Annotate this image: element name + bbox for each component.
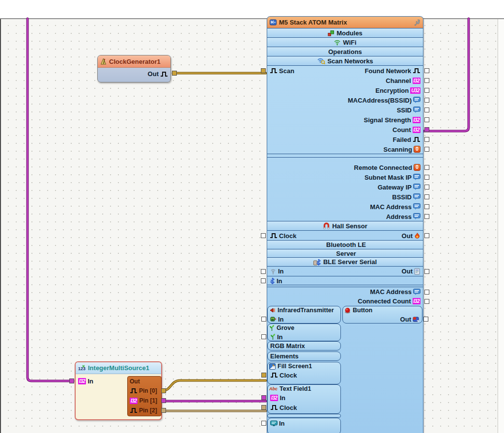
- pin-gateway-ip[interactable]: Gateway IP: [378, 184, 420, 191]
- pin-connector[interactable]: [261, 68, 266, 73]
- pin-connector[interactable]: [424, 88, 429, 93]
- pin-connector[interactable]: [424, 290, 429, 295]
- pin-pin-2[interactable]: Pin [2]: [130, 407, 157, 414]
- wrench-icon[interactable]: [414, 19, 420, 26]
- pin-connector[interactable]: [424, 68, 429, 73]
- pin-count[interactable]: CountI32: [392, 126, 420, 134]
- pin-mac-address[interactable]: MAC Address: [370, 288, 420, 296]
- pin-connector[interactable]: [424, 269, 429, 274]
- m5-component-header[interactable]: M5 Stack ATOM Matrix: [267, 17, 423, 28]
- wire-pin0-to-fillscreen-clock-core[interactable]: [163, 380, 266, 391]
- section-bar-wifi[interactable]: WiFi: [267, 37, 423, 47]
- pin-channel[interactable]: ChannelI32: [386, 77, 420, 84]
- m5-stack-atom-matrix-component[interactable]: M5 Stack ATOM Matrix ModulesWiFiOperatio…: [267, 16, 423, 433]
- pin-connector[interactable]: [423, 317, 428, 322]
- pin-connector[interactable]: [161, 398, 166, 403]
- pin-out[interactable]: Out: [402, 268, 420, 275]
- panel-header[interactable]: Fill Screen1: [268, 362, 340, 370]
- pin-scan[interactable]: Scan: [270, 67, 294, 75]
- pin-connector[interactable]: [424, 147, 429, 152]
- pin-mac-address[interactable]: MAC Address: [370, 203, 420, 211]
- pin-subnet-mask-ip[interactable]: Subnet Mask IP: [364, 174, 420, 181]
- pin-connector[interactable]: [261, 269, 266, 274]
- pin-connector[interactable]: [172, 71, 177, 76]
- panel-bar-empty[interactable]: [267, 414, 341, 418]
- pin-connector[interactable]: [261, 278, 266, 283]
- pin-ssid[interactable]: SSID: [397, 107, 420, 114]
- pin-connector[interactable]: [161, 408, 166, 413]
- clock-generator-component[interactable]: ClockGenerator1 Out: [97, 55, 171, 82]
- pin-failed[interactable]: Failed: [392, 136, 420, 143]
- pin-connector[interactable]: [424, 98, 429, 103]
- pin-in[interactable]: In: [270, 316, 284, 323]
- wire-count-to-top-core[interactable]: [423, 19, 469, 131]
- pin-macaddress-bssid[interactable]: MACAddress(BSSID): [348, 97, 420, 104]
- pin-connector[interactable]: [424, 175, 429, 180]
- section-bar-ble-server-serial[interactable]: BLE Server Serial: [267, 257, 423, 267]
- panel-header[interactable]: InfraredTransmitter: [268, 306, 340, 314]
- pin-connector[interactable]: [424, 117, 429, 122]
- pin-connector[interactable]: [261, 395, 266, 400]
- pin-clock[interactable]: Clock: [270, 372, 297, 379]
- pin-in[interactable]: In: [270, 277, 282, 285]
- pin-pin-0[interactable]: Pin [0]: [130, 387, 157, 394]
- pin-connector[interactable]: [424, 299, 429, 304]
- pin-connector[interactable]: [424, 127, 429, 132]
- panel-fill-screen1[interactable]: Fill Screen1Clock: [267, 362, 341, 384]
- pin-out[interactable]: Out: [402, 232, 420, 240]
- section-bar-server[interactable]: Server: [267, 249, 423, 258]
- pin-out[interactable]: Out: [148, 70, 168, 78]
- pin-in[interactable]: In: [270, 420, 285, 427]
- pin-connected-count[interactable]: Connected CountI32: [358, 298, 420, 305]
- section-bar-operations[interactable]: Operations: [267, 47, 423, 56]
- panel-button[interactable]: ButtonOut: [342, 306, 422, 324]
- section-bar-hall-sensor[interactable]: Hall Sensor: [267, 221, 423, 231]
- pin-connector[interactable]: [424, 165, 429, 170]
- panel-bottom[interactable]: In: [267, 418, 341, 433]
- pin-connector[interactable]: [424, 137, 429, 142]
- pin-in[interactable]: In: [270, 333, 283, 341]
- pin-connector[interactable]: [161, 388, 166, 393]
- pin-remote-connected[interactable]: Remote Connected0: [354, 164, 420, 171]
- panel-grove[interactable]: GroveIn: [267, 324, 341, 341]
- pin-connector[interactable]: [424, 185, 429, 189]
- wire-pin0-to-fillscreen-clock[interactable]: [163, 380, 266, 391]
- pin-connector[interactable]: [424, 214, 429, 219]
- visuino-canvas[interactable]: M5 Stack ATOM Matrix ModulesWiFiOperatio…: [0, 0, 504, 433]
- panel-bar-rgb-matrix[interactable]: RGB Matrix: [267, 341, 341, 351]
- section-bar-bluetooth-le[interactable]: Bluetooth LE: [267, 240, 423, 249]
- pin-connector[interactable]: [261, 233, 266, 238]
- pin-pin-1[interactable]: I32Pin [1]: [130, 397, 157, 404]
- panel-header[interactable]: Button: [343, 306, 422, 314]
- pin-connector[interactable]: [424, 78, 429, 83]
- pin-connector[interactable]: [261, 317, 266, 322]
- pin-clock[interactable]: Clock: [270, 232, 296, 240]
- pin-connector[interactable]: [424, 233, 429, 238]
- panel-infraredtransmitter[interactable]: InfraredTransmitterIn: [267, 306, 341, 324]
- pin-bssid[interactable]: BSSID: [392, 193, 420, 201]
- integer-multi-source-component[interactable]: 123 IntegerMultiSource1 I32In Out Pin [0…: [75, 361, 162, 420]
- pin-encryption[interactable]: EncryptionU32: [375, 87, 420, 94]
- pin-signal-strength[interactable]: Signal StrengthI32: [364, 116, 420, 124]
- pin-found-network[interactable]: Found Network: [364, 67, 420, 75]
- pin-connector[interactable]: [424, 108, 429, 112]
- panel-bar-elements[interactable]: Elements: [267, 352, 341, 361]
- panel-text-field1[interactable]: AbcText Field1I32InClock: [267, 384, 341, 414]
- pin-connector[interactable]: [261, 421, 266, 426]
- section-bar-modules[interactable]: Modules: [267, 28, 423, 38]
- pin-out[interactable]: Out: [400, 316, 420, 323]
- wire-top-to-integer-in[interactable]: [28, 19, 73, 381]
- pin-scanning[interactable]: Scanning0: [383, 146, 420, 153]
- pin-connector[interactable]: [69, 379, 74, 383]
- pin-in[interactable]: I32In: [78, 378, 93, 385]
- clock-generator-header[interactable]: ClockGenerator1: [98, 55, 170, 68]
- integer-multi-source-header[interactable]: 123 IntegerMultiSource1: [76, 362, 161, 374]
- pin-connector[interactable]: [424, 204, 429, 209]
- section-bar-scan-networks[interactable]: Scan Networks: [267, 56, 423, 66]
- pin-clock[interactable]: Clock: [270, 404, 297, 411]
- wire-top-to-integer-in-core[interactable]: [28, 19, 73, 381]
- pin-connector[interactable]: [261, 334, 266, 339]
- panel-header[interactable]: AbcText Field1: [268, 385, 340, 393]
- panel-header[interactable]: Grove: [268, 324, 340, 332]
- pin-connector[interactable]: [424, 194, 429, 199]
